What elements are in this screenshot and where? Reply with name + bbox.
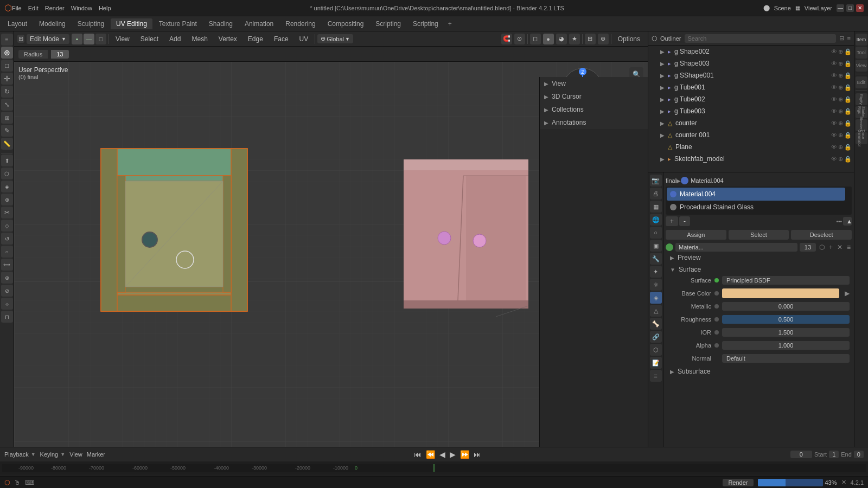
hide-vp-icon[interactable]: ⊕ [838,108,843,115]
ior-value[interactable]: 1.500 [722,328,850,337]
hide-icon[interactable]: 👁 [831,108,837,115]
render-props-icon[interactable]: 📷 [650,175,662,187]
outliner-item-gtube002[interactable]: ▶ ▸ g Tube002 👁⊕🔒 [648,93,854,105]
face-select-icon[interactable]: □ [95,34,106,44]
prev-frame-button[interactable]: ⏪ [426,450,435,459]
rendered-shading-icon[interactable]: ★ [569,34,580,44]
outliner-item-gtube003[interactable]: ▶ ▸ g Tube003 👁⊕🔒 [648,105,854,117]
new-material-icon[interactable]: + [828,243,834,251]
n-panel-view-header[interactable]: ▶ View [540,77,648,90]
play-back-button[interactable]: ◀ [439,450,445,459]
tab-geometry-nodes[interactable]: Scripting [370,18,406,29]
engine-label[interactable]: Scene [774,5,791,11]
lock-icon[interactable]: 🔒 [844,96,852,103]
material-slot-expand-button[interactable]: ▲ [843,217,852,226]
render-menu[interactable]: Render [45,5,65,11]
lock-icon[interactable]: 🔒 [844,48,852,55]
n-panel-cursor-header[interactable]: ▶ 3D Cursor [540,90,648,103]
playback-dropdown[interactable]: Playback ▼ [4,451,36,458]
uv-menu[interactable]: UV [295,34,313,44]
add-workspace-button[interactable]: + [445,19,455,29]
hide-icon[interactable]: 👁 [831,48,837,55]
hide-icon[interactable]: 👁 [831,60,837,67]
copy-material-icon[interactable]: ⬡ [818,243,826,251]
lock-icon[interactable]: 🔒 [844,120,852,127]
scripting-props-icon[interactable]: 📝 [650,357,662,369]
hide-icon[interactable]: 👁 [831,120,837,127]
snap-icon[interactable]: 🧲 [501,34,512,44]
surface-header[interactable]: ▼ Surface [666,265,852,274]
select-button[interactable]: Select [729,230,789,240]
hide-vp-icon[interactable]: ⊕ [838,72,843,79]
hide-icon[interactable]: 👁 [831,132,837,139]
tab-compositing[interactable]: Compositing [322,18,369,29]
outliner-item-gsshape001[interactable]: ▶ ▸ g SShape001 👁⊕🔒 [648,69,854,81]
lock-icon[interactable]: 🔒 [844,60,852,67]
view-tab[interactable]: View [856,60,867,72]
loop-cut-tool[interactable]: ⊕ [1,194,13,206]
hide-vp-icon[interactable]: ⊕ [838,132,843,139]
hide-icon[interactable]: 👁 [831,72,837,79]
outliner-filter-icon[interactable]: ⊟ [839,35,844,42]
modifier-props-icon[interactable]: 🔧 [650,253,662,265]
outliner-item-counter[interactable]: ▶ △ counter 👁⊕🔒 [648,117,854,129]
shrink-fatten-tool[interactable]: ⊛ [1,272,13,284]
view-menu-timeline[interactable]: View [69,451,82,458]
n-panel-collections-header[interactable]: ▶ Collections [540,103,648,116]
move-tool[interactable]: ✛ [1,73,13,85]
end-frame[interactable]: 0 [854,451,864,458]
roughness-value[interactable]: 0.500 [722,315,850,324]
next-frame-button[interactable]: ⏩ [460,450,469,459]
hide-vp-icon[interactable]: ⊕ [838,60,843,67]
edit-tab[interactable]: Edit [856,76,867,88]
surface-shader-value[interactable]: Principled BSDF [722,276,850,285]
edge-select-icon[interactable]: — [84,34,94,44]
annotate-tool[interactable]: ✎ [1,125,13,137]
normal-value[interactable]: Default [722,354,850,363]
scene-props-icon[interactable]: 🌐 [650,214,662,226]
vertex-select-icon[interactable]: • [72,34,82,44]
object-props-icon[interactable]: ▣ [650,240,662,252]
assign-button[interactable]: Assign [666,230,726,240]
transform-tool[interactable]: ⊞ [1,112,13,124]
material-shading-icon[interactable]: ◕ [556,34,567,44]
cursor-tool[interactable]: ⊕ [1,47,13,59]
alpha-value[interactable]: 1.000 [722,341,850,350]
material-scrollbar[interactable] [846,188,851,214]
add-menu[interactable]: Add [165,34,185,44]
hide-icon[interactable]: 👁 [831,156,837,163]
hide-icon[interactable]: 👁 [831,84,837,91]
close-button[interactable]: ✕ [856,4,864,12]
outliner-search-input[interactable] [685,34,836,43]
object-data-props-icon[interactable]: ⬡ [650,344,662,356]
tab-animation[interactable]: Animation [239,18,279,29]
lock-icon[interactable]: 🔒 [844,72,852,79]
metallic-value[interactable]: 0.000 [722,302,850,311]
face-menu[interactable]: Face [270,34,293,44]
maximize-button[interactable]: □ [846,4,854,12]
rip-fill-tool[interactable]: ⊓ [1,311,13,323]
shear-tool[interactable]: ⟐ [1,298,13,310]
edge-slide-tool[interactable]: ⟺ [1,259,13,271]
measure-tool[interactable]: 📏 [1,138,13,150]
current-frame[interactable]: 0 [790,451,812,458]
viewport-gizmo-icon[interactable]: ⊞ [585,34,596,44]
extrude-tool[interactable]: ⬆ [1,155,13,166]
particles-props-icon[interactable]: ✦ [650,266,662,278]
viewport-canvas[interactable]: User Perspective (0) final [14,62,648,461]
material-item-004[interactable]: Material.004 [667,188,845,201]
remove-material-slot-button[interactable]: - [679,216,690,226]
browse-material-icon[interactable]: ≡ [846,243,852,251]
window-menu[interactable]: Window [71,5,92,11]
transform-orientation[interactable]: ⊕ Global ▼ [317,34,353,43]
tab-shading[interactable]: Shading [203,18,238,29]
rotate-tool[interactable]: ↻ [1,86,13,98]
lock-icon[interactable]: 🔒 [844,132,852,139]
physics-props-icon[interactable]: ⚛ [650,279,662,291]
remove-material-icon[interactable]: ✕ [836,243,844,251]
rigify-tab[interactable]: Rigify [856,93,867,105]
inset-tool[interactable]: ⬡ [1,168,13,179]
wireframe-shading-icon[interactable]: ◻ [530,34,541,44]
breadcrumb-material[interactable]: Material.004 [691,177,724,184]
outliner-item-plane[interactable]: ▶ △ Plane 👁⊕🔒 [648,141,854,153]
